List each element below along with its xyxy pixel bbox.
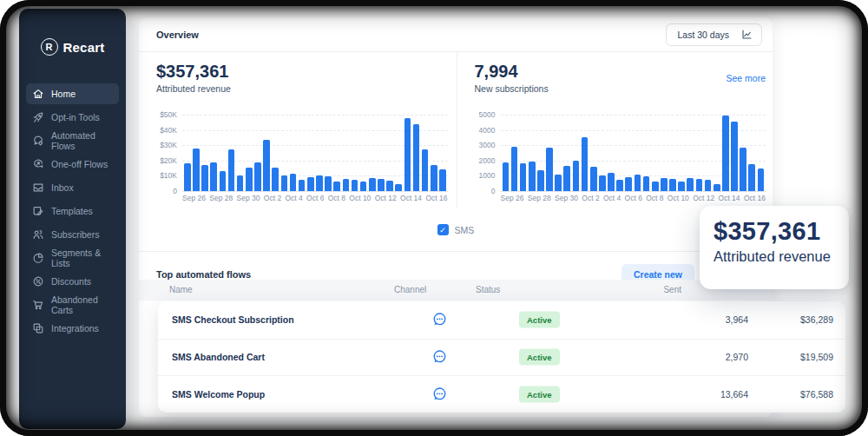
overlay-revenue-value: $357,361 bbox=[713, 217, 835, 246]
table-row[interactable]: SMS Checkout Subscription Active 3,964 $… bbox=[158, 301, 845, 339]
bar bbox=[316, 175, 323, 191]
y-tick: 0 bbox=[173, 187, 177, 195]
sidebar-item-discounts[interactable]: Discounts bbox=[26, 271, 119, 292]
x-tick: Sep 30 bbox=[555, 194, 578, 202]
sidebar-item-inbox[interactable]: Inbox bbox=[26, 177, 119, 198]
table-row[interactable]: SMS Abandoned Cart Active 2,970 $19,509 bbox=[158, 339, 845, 376]
status-badge: Active bbox=[519, 349, 560, 366]
x-tick: Oct 16 bbox=[425, 194, 447, 202]
bar bbox=[237, 175, 244, 191]
sent-value: 3,964 bbox=[726, 314, 748, 325]
bar bbox=[758, 168, 765, 191]
bar bbox=[369, 178, 376, 191]
overview-header: Overview Last 30 days bbox=[139, 17, 773, 52]
bar bbox=[220, 171, 227, 191]
bar bbox=[652, 182, 659, 191]
line-chart-icon bbox=[741, 29, 753, 40]
chat-gear-icon bbox=[32, 135, 44, 147]
x-tick: Oct 10 bbox=[349, 194, 371, 202]
sms-checkbox[interactable]: ✓ bbox=[437, 224, 449, 235]
sidebar-item-label: Home bbox=[51, 89, 76, 99]
y-tick: $20K bbox=[160, 156, 177, 165]
see-more-link[interactable]: See more bbox=[726, 73, 766, 83]
bar bbox=[299, 180, 306, 191]
new-subscriptions-value: 7,994 bbox=[475, 61, 549, 82]
sidebar-item-label: Templates bbox=[51, 206, 93, 216]
sent-value: 2,970 bbox=[726, 352, 748, 362]
bar bbox=[687, 178, 694, 191]
overview-title: Overview bbox=[156, 30, 199, 40]
x-tick: Sep 26 bbox=[182, 194, 206, 202]
bar bbox=[201, 165, 208, 191]
y-tick: $40K bbox=[160, 126, 177, 135]
sidebar-item-templates[interactable]: Templates bbox=[26, 201, 119, 221]
status-badge: Active bbox=[519, 386, 560, 402]
x-tick: Oct 8 bbox=[646, 194, 663, 202]
y-axis: $50K$40K$30K$20K$10K0 bbox=[156, 115, 182, 191]
sidebar-nav: Home Opt-in Tools Automated Flows One-of… bbox=[19, 83, 126, 339]
x-tick: Oct 8 bbox=[328, 194, 345, 202]
sidebar-item-label: Opt-in Tools bbox=[51, 112, 100, 122]
x-tick: Oct 2 bbox=[264, 194, 281, 202]
pie-chart-icon bbox=[32, 252, 44, 264]
chat-arrow-icon bbox=[32, 158, 44, 170]
x-tick: Oct 12 bbox=[693, 194, 714, 202]
sidebar-item-subscribers[interactable]: Subscribers bbox=[26, 224, 119, 245]
table-row[interactable]: SMS Welcome Popup Active 13,664 $76,588 bbox=[158, 375, 845, 413]
bar bbox=[537, 170, 544, 191]
flows-rows-card: SMS Checkout Subscription Active 3,964 $… bbox=[158, 301, 845, 413]
bar bbox=[661, 178, 667, 191]
sidebar-item-integrations[interactable]: Integrations bbox=[26, 318, 119, 339]
new-subscriptions-label: New subscriptions bbox=[475, 83, 549, 94]
flow-name: SMS Welcome Popup bbox=[172, 389, 265, 400]
x-tick: Oct 16 bbox=[744, 194, 766, 202]
bar bbox=[503, 162, 510, 191]
bar bbox=[696, 179, 703, 191]
sidebar-item-one-off-flows[interactable]: One-off Flows bbox=[26, 154, 119, 175]
bar bbox=[582, 137, 589, 191]
x-tick: Sep 28 bbox=[528, 194, 551, 202]
bar bbox=[272, 168, 279, 191]
sidebar-item-segments-lists[interactable]: Segments & Lists bbox=[26, 248, 119, 268]
revenue-value: $19,509 bbox=[800, 352, 833, 362]
y-tick: $50K bbox=[160, 110, 177, 119]
bar bbox=[511, 147, 518, 191]
bar bbox=[439, 169, 446, 191]
home-icon bbox=[32, 88, 44, 100]
sidebar-item-label: Segments & Lists bbox=[51, 248, 113, 268]
charts-row: $357,361 Attributed revenue $50K$40K$30K… bbox=[139, 52, 773, 208]
sidebar-item-home[interactable]: Home bbox=[26, 83, 119, 104]
y-tick: $10K bbox=[160, 171, 177, 180]
bar bbox=[713, 184, 720, 191]
x-tick: Oct 14 bbox=[719, 194, 740, 202]
date-range-button[interactable]: Last 30 days bbox=[666, 23, 762, 46]
sidebar-item-label: One-off Flows bbox=[51, 159, 108, 169]
attributed-revenue-value: $357,361 bbox=[156, 61, 231, 82]
panel-head: 7,994 New subscriptions See more bbox=[475, 61, 766, 101]
bar bbox=[555, 175, 562, 191]
x-tick: Sep 28 bbox=[209, 194, 233, 202]
bar bbox=[333, 182, 340, 191]
flow-name: SMS Checkout Subscription bbox=[172, 314, 294, 325]
sidebar-item-opt-in-tools[interactable]: Opt-in Tools bbox=[26, 107, 119, 128]
revenue-bar-chart: $50K$40K$30K$20K$10K0 bbox=[156, 115, 448, 191]
chat-bubble-icon bbox=[431, 385, 449, 403]
sidebar-item-automated-flows[interactable]: Automated Flows bbox=[26, 130, 119, 151]
sidebar-item-abandoned-carts[interactable]: Abandoned Carts bbox=[26, 294, 119, 315]
recart-logo-text: Recart bbox=[63, 40, 105, 55]
y-tick: 1000 bbox=[479, 171, 496, 180]
x-axis-labels: Sep 26Sep 28Sep 30Oct 2Oct 4Oct 6Oct 8Oc… bbox=[501, 194, 766, 202]
sidebar: R Recart Home Opt-in Tools Automated Flo… bbox=[19, 9, 126, 429]
x-tick: Sep 30 bbox=[237, 194, 260, 202]
bar bbox=[352, 180, 358, 191]
bar bbox=[228, 149, 235, 191]
sidebar-item-label: Automated Flows bbox=[51, 130, 113, 151]
sms-checkbox-label: SMS bbox=[455, 225, 475, 235]
y-tick: 4000 bbox=[479, 126, 496, 135]
sidebar-item-label: Integrations bbox=[51, 323, 99, 334]
revenue-value: $76,588 bbox=[800, 389, 833, 400]
bar bbox=[307, 177, 314, 191]
bar bbox=[395, 184, 402, 191]
subscriptions-bar-chart: 500040003000200010000 bbox=[475, 115, 766, 191]
sms-filter-row: ✓ SMS bbox=[139, 208, 773, 252]
